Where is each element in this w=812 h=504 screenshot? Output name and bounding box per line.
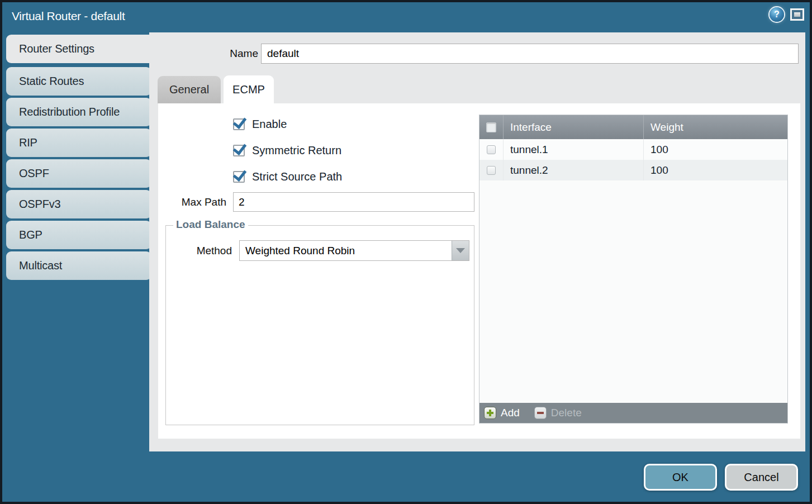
sidebar-item-router-settings[interactable]: Router Settings	[6, 35, 151, 63]
virtual-router-dialog: Virtual Router - default ? Router Settin…	[0, 0, 812, 504]
name-label: Name	[202, 47, 258, 60]
table-header-row: Interface Weight	[479, 115, 787, 139]
enable-checkbox[interactable]	[233, 118, 245, 130]
interface-column-header: Interface	[504, 115, 644, 139]
header-checkbox-cell	[479, 115, 504, 139]
delete-button-label: Delete	[551, 407, 582, 419]
enable-checkbox-row[interactable]: Enable	[233, 116, 287, 132]
sidebar-item-ospfv3[interactable]: OSPFv3	[6, 190, 151, 218]
dialog-title: Virtual Router - default	[12, 9, 125, 23]
strict-source-path-label: Strict Source Path	[252, 170, 342, 183]
table-row[interactable]: tunnel.2 100	[479, 160, 787, 180]
max-path-input[interactable]	[233, 192, 474, 212]
weight-cell: 100	[644, 139, 787, 160]
tab-general[interactable]: General	[158, 76, 221, 103]
interface-table: Interface Weight tunnel.1 100	[479, 115, 788, 424]
row-checkbox-cell	[479, 139, 504, 160]
plus-icon	[484, 407, 496, 419]
strict-source-path-checkbox[interactable]	[233, 171, 245, 183]
row-checkbox-cell	[479, 160, 504, 180]
sidebar-item-multicast[interactable]: Multicast	[6, 251, 151, 280]
sidebar-item-static-routes[interactable]: Static Routes	[6, 67, 151, 96]
max-path-label: Max Path	[168, 196, 226, 208]
sidebar-item-redistribution-profile[interactable]: Redistribution Profile	[6, 98, 151, 126]
chevron-down-icon	[456, 248, 465, 253]
cancel-button[interactable]: Cancel	[725, 464, 798, 491]
delete-button[interactable]: Delete	[534, 407, 582, 419]
method-select[interactable]: Weighted Round Robin	[239, 240, 469, 261]
tab-ecmp[interactable]: ECMP	[224, 75, 274, 103]
enable-label: Enable	[252, 118, 287, 131]
weight-column-header: Weight	[644, 115, 787, 139]
minus-icon	[534, 407, 547, 419]
interface-cell: tunnel.1	[504, 139, 644, 160]
load-balance-legend: Load Balance	[173, 218, 248, 231]
method-selected-value: Weighted Round Robin	[240, 245, 452, 257]
name-input[interactable]	[261, 44, 799, 64]
interface-cell: tunnel.2	[504, 160, 644, 180]
strict-source-path-checkbox-row[interactable]: Strict Source Path	[233, 169, 342, 184]
content-area: Name General ECMP Enable Symmetric Retur…	[149, 32, 805, 451]
window-restore-icon[interactable]	[790, 8, 804, 21]
method-label: Method	[175, 245, 232, 257]
ecmp-panel: Enable Symmetric Return Strict Source Pa…	[158, 103, 800, 439]
select-all-checkbox[interactable]	[486, 122, 496, 132]
weight-cell: 100	[644, 160, 787, 180]
symmetric-return-checkbox[interactable]	[233, 145, 245, 156]
window-restore-glyph	[794, 12, 800, 17]
sidebar-item-ospf[interactable]: OSPF	[6, 159, 151, 188]
help-icon[interactable]: ?	[770, 7, 784, 22]
row-checkbox[interactable]	[487, 166, 496, 175]
sidebar-item-bgp[interactable]: BGP	[6, 221, 151, 249]
row-checkbox[interactable]	[487, 145, 496, 154]
symmetric-return-checkbox-row[interactable]: Symmetric Return	[233, 142, 341, 158]
method-dropdown-button[interactable]	[452, 241, 469, 260]
load-balance-group: Load Balance Method Weighted Round Robin	[165, 225, 474, 425]
ok-button[interactable]: OK	[644, 464, 717, 491]
sidebar-item-rip[interactable]: RIP	[6, 129, 151, 157]
table-empty-area	[479, 180, 787, 403]
add-button-label: Add	[501, 407, 520, 419]
symmetric-return-label: Symmetric Return	[252, 144, 341, 157]
add-button[interactable]: Add	[484, 407, 520, 419]
table-toolbar: Add Delete	[479, 403, 787, 423]
dialog-surface: Virtual Router - default ? Router Settin…	[2, 2, 810, 502]
table-row[interactable]: tunnel.1 100	[479, 139, 787, 160]
